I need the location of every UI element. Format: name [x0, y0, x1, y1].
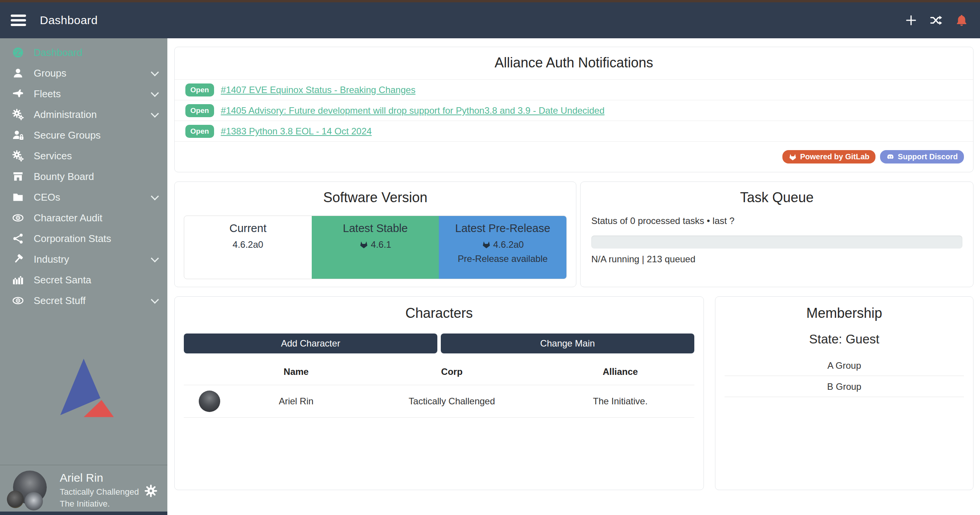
user-lock-icon [11, 129, 25, 141]
notification-link[interactable]: #1383 Python 3.8 EOL - 14 Oct 2024 [221, 126, 372, 137]
powered-by-gitlab-badge[interactable]: Powered by GitLab [782, 150, 875, 163]
list-item: B Group [725, 376, 964, 397]
version-value: 4.6.2a0 [493, 239, 524, 250]
sidebar-item-character-audit[interactable]: Character Audit [0, 208, 167, 228]
table-header-row: Name Corp Alliance [184, 360, 694, 385]
sidebar-item-secret-stuff[interactable]: Secret Stuff [0, 290, 167, 311]
alliance-logo-badge [25, 492, 43, 510]
eye-icon [11, 212, 25, 224]
sidebar-item-industry[interactable]: Industry [0, 249, 167, 270]
list-item: A Group [725, 355, 964, 376]
sidebar: Dashboard Groups Fleets [0, 38, 167, 515]
add-character-button[interactable]: Add Character [184, 334, 437, 353]
footer-badges: Powered by GitLab Support Discord [175, 150, 973, 163]
character-portrait [199, 391, 220, 412]
task-queue-title: Task Queue [591, 190, 962, 206]
sidebar-item-label: Services [34, 150, 72, 162]
membership-panel: Membership State: Guest A Group B Group [715, 296, 973, 490]
sidebar-item-label: Secret Stuff [34, 295, 85, 307]
version-heading: Latest Pre-Release [439, 222, 566, 235]
sidebar-item-label: Secure Groups [34, 129, 101, 141]
eye-icon [11, 294, 25, 307]
sidebar-item-label: Administration [34, 109, 97, 121]
sidebar-item-secure-groups[interactable]: Secure Groups [0, 125, 167, 146]
user-alliance: The Initiative. [60, 499, 158, 509]
status-badge: Open [185, 104, 214, 117]
badge-label: Support Discord [898, 152, 958, 161]
status-badge: Open [185, 125, 214, 138]
gifts-icon [11, 274, 25, 286]
version-stable-cell: Latest Stable 4.6.1 [312, 216, 439, 279]
sidebar-item-corporation-stats[interactable]: Corporation Stats [0, 228, 167, 249]
table-row: Ariel Rin Tactically Challenged The Init… [184, 385, 694, 418]
version-value: 4.6.1 [371, 239, 391, 250]
sidebar-item-services[interactable]: Services [0, 146, 167, 166]
menu-icon[interactable] [11, 15, 26, 26]
discord-icon [886, 153, 895, 161]
characters-title: Characters [184, 305, 694, 321]
badge-label: Powered by GitLab [800, 152, 869, 161]
notification-link[interactable]: #1407 EVE Equinox Status - Breaking Chan… [221, 85, 416, 95]
sidebar-item-ceos[interactable]: CEOs [0, 187, 167, 208]
sidebar-item-fleets[interactable]: Fleets [0, 83, 167, 104]
sidebar-item-label: Character Audit [34, 212, 102, 224]
support-discord-badge[interactable]: Support Discord [880, 150, 964, 163]
cell-corp: Tactically Challenged [357, 385, 546, 418]
gitlab-icon [789, 153, 797, 161]
sidebar-item-dashboard[interactable]: Dashboard [0, 42, 167, 63]
status-badge: Open [185, 83, 214, 96]
software-version-panel: Software Version Current 4.6.2a0 Latest … [174, 181, 576, 287]
gauge-icon [11, 46, 25, 59]
folder-icon [11, 191, 25, 203]
cell-alliance: The Initiative. [546, 385, 694, 418]
sidebar-item-administration[interactable]: Administration [0, 104, 167, 125]
characters-panel: Characters Add Character Change Main Nam… [174, 296, 704, 490]
version-note: Pre-Release available [439, 253, 566, 264]
sidebar-item-secret-santa[interactable]: Secret Santa [0, 270, 167, 290]
main-content: Alliance Auth Notifications Open #1407 E… [167, 38, 980, 515]
membership-groups: A Group B Group [725, 355, 964, 397]
version-heading: Current [184, 222, 312, 235]
jet-icon [11, 88, 25, 100]
sidebar-item-label: Bounty Board [34, 171, 94, 183]
gears-icon [11, 108, 25, 121]
version-heading: Latest Stable [312, 222, 439, 235]
task-queue-progressbar [591, 235, 962, 249]
user-name: Ariel Rin [60, 471, 158, 484]
chevron-down-icon [151, 254, 159, 262]
gitlab-icon [482, 240, 491, 249]
chevron-down-icon [151, 68, 159, 76]
sidebar-item-label: Secret Santa [34, 274, 91, 286]
alliance-auth-logo [0, 311, 167, 465]
gear-icon[interactable] [144, 484, 157, 497]
sidebar-item-bounty-board[interactable]: Bounty Board [0, 166, 167, 187]
membership-title: Membership [725, 305, 964, 321]
software-version-title: Software Version [184, 190, 567, 206]
page: Dashboard [0, 0, 980, 515]
notification-link[interactable]: #1405 Advisory: Future development will … [221, 105, 605, 116]
version-current-cell: Current 4.6.2a0 [184, 216, 312, 279]
change-main-button[interactable]: Change Main [441, 334, 694, 353]
task-queue-counts: N/A running | 213 queued [591, 254, 962, 265]
topbar-actions [904, 13, 969, 27]
bell-icon[interactable] [955, 13, 969, 27]
row-characters-membership: Characters Add Character Change Main Nam… [174, 296, 973, 490]
membership-state: State: Guest [725, 332, 964, 347]
sidebar-item-label: Fleets [34, 88, 61, 100]
sidebar-item-groups[interactable]: Groups [0, 63, 167, 83]
character-buttons: Add Character Change Main [184, 334, 694, 353]
row-software-taskqueue: Software Version Current 4.6.2a0 Latest … [174, 181, 973, 287]
plus-icon[interactable] [904, 13, 918, 27]
cell-portrait [184, 385, 235, 418]
header-corp: Corp [357, 360, 546, 385]
shuffle-icon[interactable] [929, 13, 943, 27]
notification-row: Open #1405 Advisory: Future development … [175, 100, 973, 121]
sidebar-item-label: Groups [34, 67, 66, 79]
notifications-panel: Alliance Auth Notifications Open #1407 E… [174, 47, 973, 172]
notifications-title: Alliance Auth Notifications [175, 55, 973, 71]
cell-name: Ariel Rin [235, 385, 357, 418]
gitlab-icon [359, 240, 368, 249]
sidebar-item-label: Dashboard [34, 47, 82, 59]
page-title: Dashboard [40, 14, 98, 27]
user-avatar[interactable] [8, 471, 50, 509]
